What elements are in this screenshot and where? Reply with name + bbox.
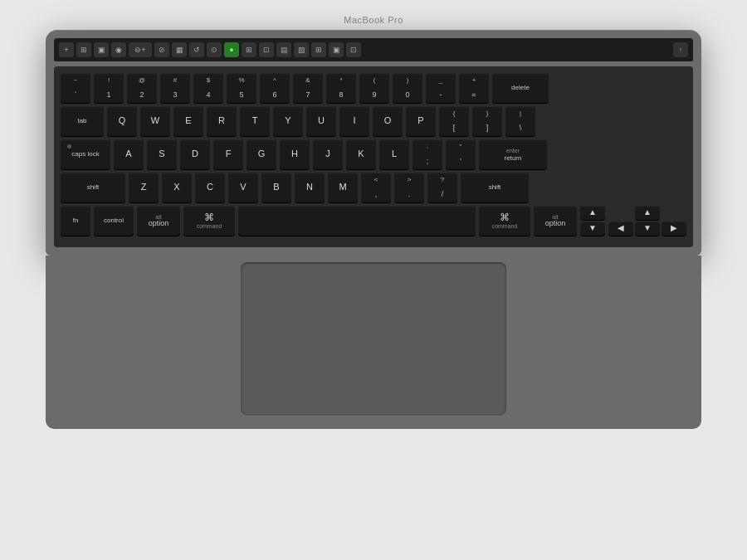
arrow-cluster: ▲ ▼ — [580, 206, 605, 236]
key-enter[interactable]: enter return — [479, 139, 547, 169]
key-lbracket[interactable]: {[ — [439, 106, 469, 136]
key-2[interactable]: @2 — [127, 73, 157, 103]
key-arrow-left[interactable]: ◀ — [608, 222, 633, 236]
trackpad[interactable] — [241, 262, 506, 416]
key-tab[interactable]: tab — [61, 106, 104, 136]
key-arrow-up-solo[interactable]: ▲ — [635, 206, 660, 220]
key-d[interactable]: D — [180, 139, 210, 169]
key-v[interactable]: V — [228, 173, 258, 202]
key-option-right[interactable]: alt option — [534, 206, 577, 236]
tb-icon-2[interactable]: ⊞ — [76, 42, 91, 57]
key-s[interactable]: S — [147, 139, 177, 169]
key-7[interactable]: &7 — [293, 73, 323, 103]
key-j[interactable]: J — [313, 139, 343, 169]
tb-icon-8[interactable]: ↺ — [189, 42, 204, 57]
key-0[interactable]: )0 — [393, 73, 422, 103]
tb-icon-3[interactable]: ▣ — [94, 42, 109, 57]
key-m[interactable]: M — [328, 173, 358, 202]
key-t[interactable]: T — [240, 106, 270, 136]
key-l[interactable]: L — [379, 139, 409, 169]
key-slash[interactable]: ?/ — [427, 173, 457, 202]
tb-icon-9[interactable]: ⊙ — [207, 42, 222, 57]
key-q[interactable]: Q — [107, 106, 137, 136]
qwerty-row: tab Q W E R T Y U I O P {[ }] |\ — [61, 106, 686, 136]
key-delete[interactable]: delete — [492, 73, 549, 103]
key-9[interactable]: (9 — [359, 73, 389, 103]
tb-add-icon[interactable]: + — [59, 42, 74, 57]
tb-share-icon[interactable]: ↑ — [673, 42, 688, 57]
tb-icon-13[interactable]: ▤ — [276, 42, 291, 57]
key-w[interactable]: W — [140, 106, 170, 136]
key-backtick[interactable]: ~` — [61, 73, 90, 103]
key-semicolon[interactable]: ;; — [413, 139, 442, 169]
key-h[interactable]: H — [280, 139, 310, 169]
tb-icon-11[interactable]: ⊞ — [242, 42, 256, 57]
key-u[interactable]: U — [306, 106, 336, 136]
key-r[interactable]: R — [207, 106, 237, 136]
tb-icon-14[interactable]: ▧ — [294, 42, 309, 57]
key-arrow-down-solo[interactable]: ▼ — [635, 222, 660, 236]
tb-icon-7[interactable]: ▦ — [172, 42, 187, 57]
key-g[interactable]: G — [247, 139, 276, 169]
key-quote[interactable]: "' — [446, 139, 476, 169]
key-5[interactable]: %5 — [227, 73, 256, 103]
keyboard-area: ~` !1 @2 #3 $4 %5 ^6 &7 *8 (9 )0 _- += d… — [54, 66, 693, 247]
number-row: ~` !1 @2 #3 $4 %5 ^6 &7 *8 (9 )0 _- += d… — [61, 73, 686, 103]
key-c[interactable]: C — [195, 173, 225, 202]
key-shift-right[interactable]: shift — [461, 173, 529, 202]
key-6[interactable]: ^6 — [260, 73, 290, 103]
key-period[interactable]: >. — [394, 173, 424, 202]
key-4[interactable]: $4 — [193, 73, 223, 103]
key-backslash[interactable]: |\ — [505, 106, 535, 136]
tb-icon-16[interactable]: ▣ — [329, 42, 344, 57]
zxcv-row: shift Z X C V B N M <, >. ?/ shift — [61, 173, 686, 202]
key-capslock[interactable]: caps lock — [61, 139, 110, 169]
key-x[interactable]: X — [162, 173, 192, 202]
tb-icon-5[interactable]: ⊖+ — [129, 42, 152, 57]
key-p[interactable]: P — [406, 106, 436, 136]
tb-icon-15[interactable]: ⊞ — [311, 42, 326, 57]
key-option-left[interactable]: alt option — [137, 206, 180, 236]
key-equals[interactable]: += — [459, 73, 489, 103]
key-z[interactable]: Z — [129, 173, 159, 202]
trackpad-wrapper — [46, 256, 701, 429]
key-command-left[interactable]: ⌘ command — [183, 206, 235, 236]
key-rbracket[interactable]: }] — [472, 106, 502, 136]
key-o[interactable]: O — [373, 106, 403, 136]
key-control[interactable]: control — [94, 206, 134, 236]
key-y[interactable]: Y — [273, 106, 303, 136]
tb-icon-10[interactable]: ● — [224, 42, 239, 57]
key-n[interactable]: N — [295, 173, 325, 202]
key-command-right[interactable]: ⌘ command — [479, 206, 530, 236]
tb-icon-12[interactable]: ⊡ — [259, 42, 274, 57]
key-fn[interactable]: fn — [61, 206, 90, 236]
key-comma[interactable]: <, — [361, 173, 391, 202]
key-arrow-right[interactable]: ▶ — [662, 222, 686, 236]
key-3[interactable]: #3 — [160, 73, 190, 103]
tb-icon-4[interactable]: ◉ — [111, 42, 126, 57]
laptop-body: + ⊞ ▣ ◉ ⊖+ ⊘ ▦ ↺ ⊙ ● ⊞ ⊡ ▤ ▧ ⊞ ▣ ⊡ ↑ ~` … — [46, 30, 701, 256]
key-k[interactable]: K — [346, 139, 376, 169]
tb-icon-17[interactable]: ⊡ — [346, 42, 361, 57]
laptop-brand-label: MacBook Pro — [344, 15, 403, 25]
key-f[interactable]: F — [213, 139, 243, 169]
key-space[interactable] — [238, 206, 476, 236]
laptop-container: MacBook Pro + ⊞ ▣ ◉ ⊖+ ⊘ ▦ ↺ ⊙ ● ⊞ ⊡ ▤ ▧… — [33, 15, 714, 546]
key-i[interactable]: I — [339, 106, 369, 136]
key-minus[interactable]: _- — [426, 73, 456, 103]
tb-icon-6[interactable]: ⊘ — [154, 42, 169, 57]
key-8[interactable]: *8 — [326, 73, 356, 103]
touch-bar: + ⊞ ▣ ◉ ⊖+ ⊘ ▦ ↺ ⊙ ● ⊞ ⊡ ▤ ▧ ⊞ ▣ ⊡ ↑ — [54, 38, 693, 61]
key-a[interactable]: A — [114, 139, 144, 169]
modifier-row: fn control alt option ⌘ command ⌘ comman… — [61, 206, 686, 236]
key-e[interactable]: E — [173, 106, 203, 136]
key-arrow-down[interactable]: ▼ — [580, 222, 605, 236]
key-arrow-up[interactable]: ▲ — [580, 206, 605, 220]
key-b[interactable]: B — [261, 173, 291, 202]
key-shift-left[interactable]: shift — [61, 173, 125, 202]
key-1[interactable]: !1 — [94, 73, 124, 103]
asdf-row: caps lock A S D F G H J K L ;; "' enter … — [61, 139, 686, 169]
